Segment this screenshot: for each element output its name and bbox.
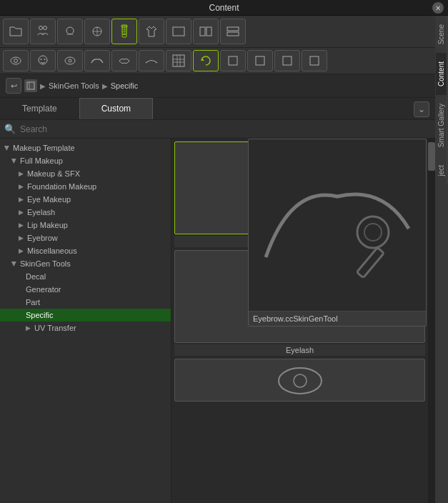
breadcrumb-icon — [24, 79, 37, 92]
box2-btn[interactable] — [247, 50, 273, 71]
folder-button[interactable] — [3, 19, 29, 44]
frame2-button[interactable] — [193, 19, 219, 44]
template-tab[interactable]: Template — [0, 98, 79, 119]
box3-btn[interactable] — [274, 50, 300, 71]
svg-rect-13 — [200, 27, 205, 36]
scrollbar-thumb[interactable] — [428, 142, 435, 171]
expand-arrow: ▶ — [11, 159, 18, 164]
tree-label: Eyelash — [27, 208, 55, 216]
head-button[interactable] — [57, 19, 83, 44]
box1-btn[interactable] — [220, 50, 246, 71]
custom-tab[interactable]: Custom — [79, 98, 153, 119]
content-tab[interactable]: Content — [436, 53, 447, 95]
tooltip-popup: Eyebrow.ccSkinGenTool — [248, 139, 427, 327]
breadcrumb: ↩ ▶ SkinGen Tools ▶ Specific — [0, 74, 435, 98]
tree-label: Makeup Template — [13, 144, 75, 152]
tree-label: Generator — [26, 285, 61, 294]
search-bar: 🔍 — [0, 120, 435, 139]
svg-point-22 — [65, 57, 75, 64]
svg-rect-16 — [227, 32, 239, 36]
svg-point-50 — [294, 374, 307, 387]
curve-btn[interactable] — [139, 50, 164, 71]
svg-point-0 — [39, 26, 43, 30]
scrollbar-track[interactable] — [428, 139, 435, 503]
content-area: ▶ Makeup Template ▶ Full Makeup ▶ Makeup… — [0, 139, 435, 503]
search-input[interactable] — [20, 124, 431, 134]
eye-btn[interactable] — [3, 50, 29, 71]
tree-item-eyebrow[interactable]: ▶ Eyebrow — [0, 231, 171, 244]
tree-item-miscellaneous[interactable]: ▶ Miscellaneous — [0, 244, 171, 257]
tree-item-eye-makeup[interactable]: ▶ Eye Makeup — [0, 193, 171, 206]
top-bar: Content ✕ — [0, 0, 448, 16]
svg-point-49 — [279, 368, 322, 394]
back-button[interactable]: ↩ — [6, 78, 21, 94]
grid-thumb-3 — [174, 359, 425, 402]
svg-point-20 — [41, 59, 42, 60]
svg-point-52 — [364, 224, 382, 241]
expand-arrow: ▶ — [19, 183, 24, 190]
tree-label: Specific — [26, 311, 54, 319]
grid-label-eyelash: Eyelash — [174, 344, 425, 356]
breadcrumb-specific: Specific — [111, 81, 139, 90]
figures-button[interactable] — [30, 19, 56, 44]
svg-point-51 — [357, 216, 389, 248]
svg-rect-24 — [173, 55, 184, 66]
svg-rect-33 — [310, 56, 319, 65]
tree-item-specific[interactable]: Specific — [0, 309, 171, 322]
scene-tab[interactable]: Scene — [436, 16, 447, 53]
frame3-button[interactable] — [220, 19, 246, 44]
tree-item-foundation[interactable]: ▶ Foundation Makeup — [0, 180, 171, 193]
toolbar-row-2 — [0, 48, 435, 74]
svg-point-21 — [44, 59, 46, 60]
brow-btn[interactable] — [84, 50, 110, 71]
eye2-btn[interactable] — [57, 50, 83, 71]
toolbar-row-1 — [0, 16, 435, 48]
ject-tab[interactable]: ject — [436, 156, 447, 185]
clothes-button[interactable] — [139, 19, 164, 44]
tree-label: SkinGen Tools — [20, 259, 71, 268]
tree-label: Decal — [26, 272, 46, 281]
face-btn[interactable] — [30, 50, 56, 71]
tree-item-uv-transfer[interactable]: ▶ UV Transfer — [0, 322, 171, 334]
box4-btn[interactable] — [302, 50, 327, 71]
tree-item-makeup-sfx[interactable]: ▶ Makeup & SFX — [0, 167, 171, 180]
lip-btn[interactable] — [111, 50, 137, 71]
tree-item-skingen-tools[interactable]: ▶ SkinGen Tools — [0, 257, 171, 270]
expand-arrow: ▶ — [19, 234, 24, 241]
frame1-button[interactable] — [166, 19, 191, 44]
tooltip-image — [249, 139, 426, 311]
tree-label: Full Makeup — [20, 156, 63, 165]
grid-panel: Eyebrow — [171, 139, 428, 503]
main-area: ↩ ▶ SkinGen Tools ▶ Specific Template Cu… — [0, 16, 435, 503]
smart-gallery-tab[interactable]: Smart Gallery — [436, 95, 447, 156]
grid-item-3[interactable] — [174, 359, 425, 402]
refresh-btn[interactable] — [193, 50, 219, 71]
tree-item-makeup-template[interactable]: ▶ Makeup Template — [0, 141, 171, 154]
right-tabs-panel: Scene Content Smart Gallery ject — [435, 16, 448, 503]
paint-button[interactable] — [84, 19, 110, 44]
tree-item-full-makeup[interactable]: ▶ Full Makeup — [0, 154, 171, 167]
breadcrumb-skingen[interactable]: SkinGen Tools — [49, 81, 99, 90]
tree-label: Makeup & SFX — [27, 169, 80, 178]
tree-item-generator[interactable]: Generator — [0, 283, 171, 296]
tree-item-part[interactable]: Part — [0, 296, 171, 309]
tree-label: Eye Makeup — [27, 195, 71, 204]
svg-rect-12 — [173, 27, 184, 36]
expand-arrow: ▶ — [26, 324, 31, 332]
tree-item-lip-makeup[interactable]: ▶ Lip Makeup — [0, 219, 171, 231]
grid-btn[interactable] — [166, 50, 191, 71]
tree-item-eyelash[interactable]: ▶ Eyelash — [0, 206, 171, 219]
svg-point-18 — [14, 59, 18, 63]
svg-point-17 — [11, 57, 21, 64]
svg-rect-30 — [229, 56, 237, 65]
expand-arrow: ▶ — [4, 146, 11, 151]
brush-button[interactable] — [111, 19, 137, 44]
svg-rect-34 — [27, 82, 34, 89]
expand-arrow: ▶ — [19, 170, 24, 177]
expand-arrow: ▶ — [11, 262, 18, 267]
tree-item-decal[interactable]: Decal — [0, 270, 171, 283]
collapse-button[interactable]: ⌄ — [414, 101, 429, 117]
svg-rect-32 — [283, 56, 292, 65]
close-button[interactable]: ✕ — [432, 2, 444, 14]
tooltip-label: Eyebrow.ccSkinGenTool — [249, 311, 426, 326]
